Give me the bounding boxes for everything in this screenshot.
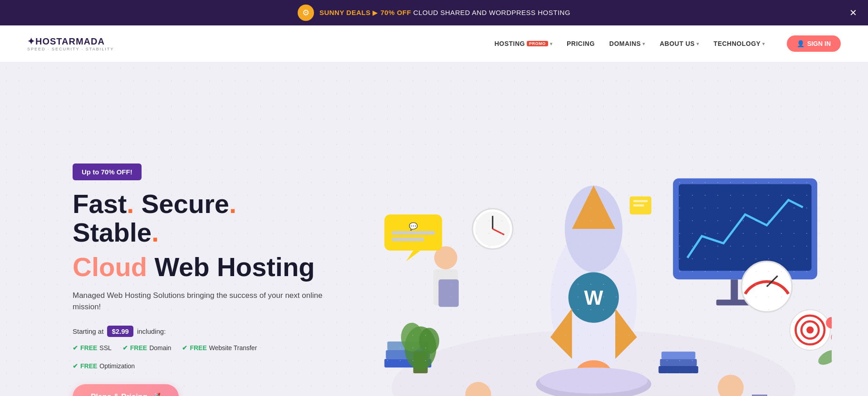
hero-illustration: W xyxy=(327,84,832,396)
nav-item-about[interactable]: ABOUT US ▾ xyxy=(660,40,699,47)
dot2: . xyxy=(229,189,236,218)
pricing-line: Starting at $2.99 including: xyxy=(73,326,327,337)
free-label-domain: FREE xyxy=(130,344,147,351)
dot1: . xyxy=(127,189,134,218)
feature-domain: ✔ FREE Domain xyxy=(123,344,172,351)
hero-svg: W xyxy=(327,84,832,396)
cta-area: Plans & Pricing 🚀 xyxy=(73,384,327,396)
signin-label: SIGN IN xyxy=(807,40,831,47)
svg-rect-45 xyxy=(662,351,696,359)
svg-point-39 xyxy=(806,327,814,334)
chevron-down-icon: ▾ xyxy=(550,41,553,46)
feature-optimization-label: Optimization xyxy=(99,362,135,370)
nav-pricing-label: PRICING xyxy=(567,40,595,47)
chevron-down-icon: ▾ xyxy=(762,41,765,46)
nav-links: HOSTING PROMO ▾ PRICING DOMAINS ▾ ABOUT … xyxy=(495,35,841,52)
feature-optimization: ✔ FREE Optimization xyxy=(73,362,135,370)
svg-point-48 xyxy=(401,323,423,352)
banner-off: 70% OFF xyxy=(381,9,412,16)
hero-subtitle: Managed Web Hosting Solutions bringing t… xyxy=(73,290,327,313)
svg-marker-26 xyxy=(406,251,421,262)
top-banner: ⚙ SUNNY DEALS ▶ 70% OFF CLOUD SHARED AND… xyxy=(0,0,868,25)
free-label-optimization: FREE xyxy=(80,362,97,370)
free-label-transfer: FREE xyxy=(190,344,206,351)
chevron-down-icon: ▾ xyxy=(696,41,699,46)
feature-transfer: ✔ FREE Website Transfer xyxy=(182,344,257,351)
including-text: including: xyxy=(137,327,166,335)
cta-label: Plans & Pricing xyxy=(91,392,147,396)
logo-text-main: ✦HOSTARMADA xyxy=(27,36,114,47)
feature-ssl-label: SSL xyxy=(99,344,111,351)
price-badge: $2.99 xyxy=(107,326,133,337)
logo-text-sub: SPEED · SECURITY · STABILITY xyxy=(27,47,114,51)
svg-point-74 xyxy=(816,347,832,368)
banner-arrow: ▶ xyxy=(373,9,378,16)
dot3: . xyxy=(152,218,159,247)
nav-domains-label: DOMAINS xyxy=(609,40,641,47)
navbar: ✦HOSTARMADA SPEED · SECURITY · STABILITY… xyxy=(0,25,868,62)
svg-point-71 xyxy=(831,332,832,343)
headline-web-hosting: Web Hosting xyxy=(147,252,314,282)
svg-rect-43 xyxy=(658,366,698,373)
svg-text:💬: 💬 xyxy=(409,222,418,231)
headline-line1: Fast. Secure. Stable. xyxy=(73,189,327,248)
svg-rect-66 xyxy=(633,200,648,202)
rocket-icon: 🚀 xyxy=(151,392,161,396)
starting-text: Starting at xyxy=(73,327,103,335)
nav-item-pricing[interactable]: PRICING xyxy=(567,40,595,47)
plans-pricing-button[interactable]: Plans & Pricing 🚀 xyxy=(73,384,179,396)
free-label-ssl: FREE xyxy=(80,344,97,351)
headline-cloud: Cloud xyxy=(73,252,147,282)
nav-about-label: ABOUT US xyxy=(660,40,695,47)
svg-rect-67 xyxy=(633,204,644,207)
signin-button[interactable]: 👤 SIGN IN xyxy=(787,35,841,52)
svg-point-49 xyxy=(419,328,440,354)
nav-technology-label: TECHNOLOGY xyxy=(714,40,761,47)
feature-domain-label: Domain xyxy=(149,344,171,351)
feature-transfer-label: Website Transfer xyxy=(209,344,257,351)
nav-item-domains[interactable]: DOMAINS ▾ xyxy=(609,40,645,47)
headline-line2: Cloud Web Hosting xyxy=(73,252,327,282)
signin-icon: 👤 xyxy=(797,40,804,47)
headline-stable: Stable xyxy=(73,218,152,247)
nav-hosting-label: HOSTING xyxy=(495,40,525,47)
banner-text: SUNNY DEALS ▶ 70% OFF CLOUD SHARED AND W… xyxy=(319,9,570,17)
svg-rect-44 xyxy=(660,359,697,366)
svg-rect-4 xyxy=(731,279,738,301)
headline-fast: Fast xyxy=(73,189,127,218)
svg-point-13 xyxy=(539,367,647,393)
logo[interactable]: ✦HOSTARMADA SPEED · SECURITY · STABILITY xyxy=(27,36,114,51)
banner-rest: CLOUD SHARED AND WORDPRESS HOSTING xyxy=(413,9,570,16)
svg-rect-2 xyxy=(679,184,812,271)
svg-rect-29 xyxy=(392,238,424,241)
headline-secure: Secure xyxy=(134,189,229,218)
hero-left: Up to 70% OFF! Fast. Secure. Stable. Clo… xyxy=(73,163,327,396)
nav-item-technology[interactable]: TECHNOLOGY ▾ xyxy=(714,40,765,47)
svg-rect-21 xyxy=(438,279,459,307)
gear-icon: ⚙ xyxy=(298,5,314,21)
feature-ssl: ✔ FREE SSL xyxy=(73,344,112,351)
svg-text:W: W xyxy=(584,287,603,309)
banner-close-button[interactable]: ✕ xyxy=(849,7,857,18)
chevron-down-icon: ▾ xyxy=(642,41,645,46)
svg-rect-28 xyxy=(392,231,435,235)
banner-sunny: SUNNY DEALS xyxy=(319,9,371,16)
nav-item-hosting[interactable]: HOSTING PROMO ▾ xyxy=(495,40,552,47)
hero-section: Up to 70% OFF! Fast. Secure. Stable. Clo… xyxy=(0,62,868,396)
features-list: ✔ FREE SSL ✔ FREE Domain ✔ FREE Website … xyxy=(73,344,327,370)
discount-badge: Up to 70% OFF! xyxy=(73,163,142,180)
promo-badge: PROMO xyxy=(527,41,548,46)
